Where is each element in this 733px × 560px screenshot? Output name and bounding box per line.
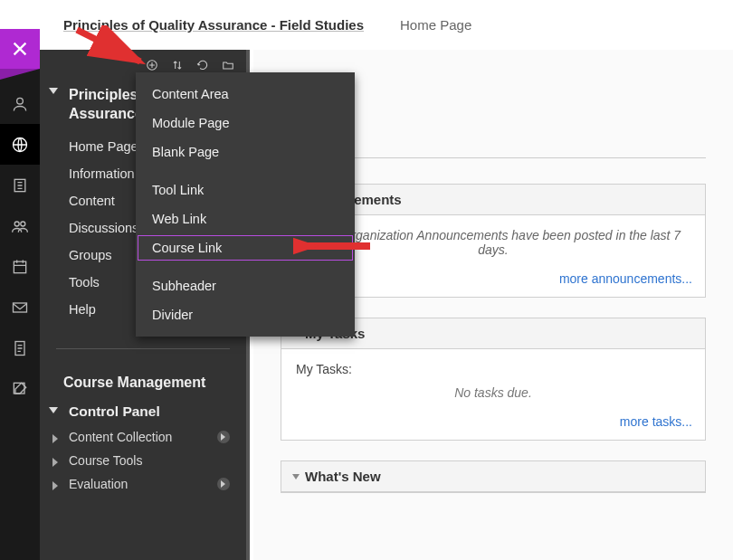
course-title-line2: Assurance xyxy=(69,106,143,121)
doc-icon xyxy=(11,339,29,357)
close-icon xyxy=(10,39,30,59)
control-panel-list: Content Collection Course Tools Evaluati… xyxy=(40,425,246,496)
go-icon[interactable] xyxy=(217,478,230,490)
more-tasks-link[interactable]: more tasks... xyxy=(620,414,692,429)
dd-web-link[interactable]: Web Link xyxy=(136,204,355,233)
dd-blank-page[interactable]: Blank Page xyxy=(136,138,355,166)
cp-item-label: Content Collection xyxy=(69,430,172,444)
updown-icon xyxy=(171,59,184,71)
svg-point-0 xyxy=(17,98,24,104)
panel-head-whatsnew[interactable]: What's New xyxy=(281,461,705,492)
dd-tool-link[interactable]: Tool Link xyxy=(136,176,355,204)
cp-content-collection[interactable]: Content Collection xyxy=(40,425,246,449)
profile-icon xyxy=(11,95,29,113)
dd-content-area[interactable]: Content Area xyxy=(136,80,355,109)
rail-organizations[interactable] xyxy=(0,165,40,205)
panel-body-tasks: My Tasks: No tasks due. xyxy=(281,349,705,409)
rail-grades[interactable] xyxy=(0,327,40,368)
panel-whats-new: What's New xyxy=(281,460,706,493)
rail-community[interactable] xyxy=(0,205,40,246)
go-icon[interactable] xyxy=(217,431,230,443)
compose-icon xyxy=(11,380,29,398)
svg-rect-6 xyxy=(14,303,27,312)
panel-title: What's New xyxy=(305,469,381,484)
dd-subheader[interactable]: Subheader xyxy=(136,271,355,300)
folder-button[interactable] xyxy=(221,58,235,72)
cp-item-label: Course Tools xyxy=(69,453,142,468)
svg-line-10 xyxy=(77,30,140,62)
org-icon xyxy=(11,176,29,195)
cp-item-label: Evaluation xyxy=(69,477,128,491)
annotation-arrow-2 xyxy=(293,233,375,260)
reorder-button[interactable] xyxy=(170,58,185,72)
breadcrumb-page[interactable]: Home Page xyxy=(400,17,471,33)
rail-tools[interactable] xyxy=(0,368,40,409)
sidebar-divider xyxy=(56,348,230,349)
dd-divider[interactable]: Divider xyxy=(136,300,355,329)
control-panel-label: Control Panel xyxy=(69,403,160,419)
rail-courses[interactable] xyxy=(0,124,40,165)
nav-rail xyxy=(0,29,40,560)
svg-point-4 xyxy=(21,222,25,226)
dd-separator xyxy=(136,166,355,176)
tasks-empty: No tasks due. xyxy=(296,385,690,400)
refresh-icon xyxy=(196,59,209,71)
add-menu-dropdown: Content Area Module Page Blank Page Tool… xyxy=(136,72,355,337)
cp-evaluation[interactable]: Evaluation xyxy=(40,472,246,496)
people-icon xyxy=(11,217,29,235)
mail-icon xyxy=(11,299,29,317)
control-panel-heading[interactable]: Control Panel xyxy=(40,398,246,425)
more-announcements-link[interactable]: more announcements... xyxy=(559,271,692,286)
chevron-right-icon xyxy=(52,458,58,467)
dd-module-page[interactable]: Module Page xyxy=(136,109,355,138)
rail-profile[interactable] xyxy=(0,83,40,124)
chevron-right-icon xyxy=(52,481,58,490)
calendar-icon xyxy=(11,258,29,276)
chevron-right-icon xyxy=(52,434,58,443)
folder-icon xyxy=(222,59,234,71)
course-management-heading: Course Management xyxy=(40,360,246,398)
svg-rect-5 xyxy=(14,261,25,273)
chevron-down-icon xyxy=(292,474,300,479)
cp-course-tools[interactable]: Course Tools xyxy=(40,449,246,472)
close-button[interactable] xyxy=(0,29,40,69)
svg-point-3 xyxy=(14,222,19,226)
dd-separator xyxy=(136,262,355,271)
tasks-label: My Tasks: xyxy=(296,362,690,376)
globe-icon xyxy=(11,136,29,154)
rail-calendar[interactable] xyxy=(0,246,40,287)
annotation-arrow-1 xyxy=(72,25,163,80)
chevron-down-icon xyxy=(49,88,58,94)
chevron-down-icon xyxy=(49,407,58,413)
refresh-button[interactable] xyxy=(195,58,210,72)
rail-messages[interactable] xyxy=(0,287,40,327)
